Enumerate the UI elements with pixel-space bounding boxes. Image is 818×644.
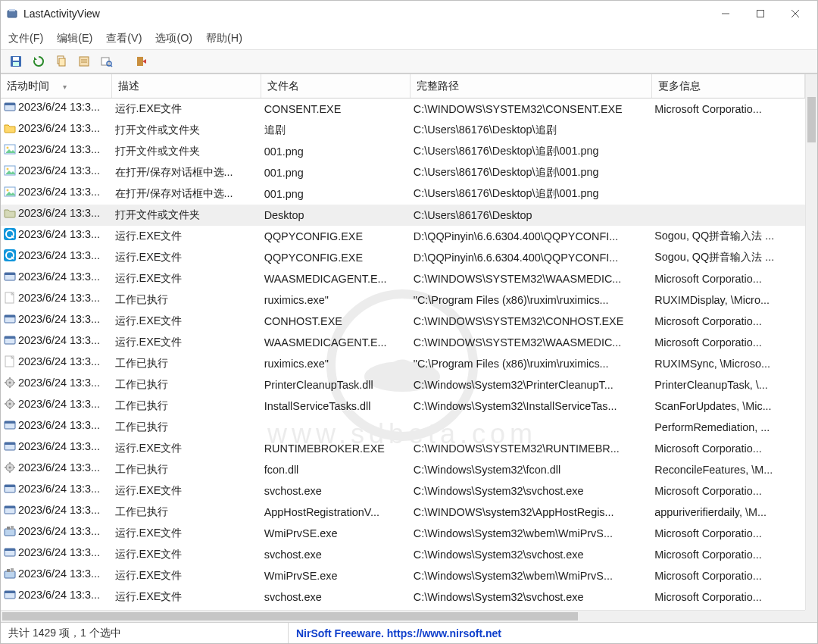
- refresh-icon[interactable]: [30, 52, 48, 70]
- svg-rect-53: [5, 421, 15, 424]
- table-row[interactable]: 2023/6/24 13:3...打开文件或文件夹001.pngC:\Users…: [1, 141, 805, 162]
- cell-file: PrinterCleanupTask.dll: [261, 374, 411, 395]
- svg-rect-17: [137, 57, 143, 66]
- col-file[interactable]: 文件名: [261, 74, 411, 98]
- svg-rect-71: [5, 571, 15, 578]
- cell-more: [651, 205, 804, 226]
- vscroll-thumb[interactable]: [807, 97, 816, 142]
- col-time[interactable]: 活动时间▾: [1, 74, 112, 98]
- svg-point-23: [7, 167, 9, 170]
- svg-rect-72: [7, 569, 10, 572]
- svg-rect-75: [5, 591, 15, 593]
- table-row[interactable]: 2023/6/24 13:3...打开文件或文件夹追剧C:\Users\8617…: [1, 120, 805, 141]
- cell-path: C:\WINDOWS\SYSTEM32\WAASMEDIC...: [411, 332, 651, 353]
- qq-icon: [4, 249, 16, 261]
- table-row[interactable]: 2023/6/24 13:3...运行.EXE文件CONSENT.EXEC:\W…: [1, 98, 805, 120]
- table-row[interactable]: 2023/6/24 13:3...运行.EXE文件svchost.exeC:\W…: [1, 544, 805, 565]
- table-row[interactable]: 2023/6/24 13:3...打开文件或文件夹DesktopC:\Users…: [1, 205, 805, 226]
- cell-time: 2023/6/24 13:3...: [18, 440, 100, 452]
- menu-help[interactable]: 帮助(H): [206, 31, 242, 45]
- statusbar: 共计 1429 项，1 个选中 NirSoft Freeware. https:…: [1, 622, 817, 643]
- hscroll-thumb[interactable]: [2, 612, 578, 621]
- cell-file: fcon.dll: [261, 459, 411, 480]
- menu-options[interactable]: 选项(O): [155, 31, 192, 45]
- cell-time: 2023/6/24 13:3...: [18, 313, 100, 325]
- find-icon[interactable]: [98, 52, 116, 70]
- table-row[interactable]: 2023/6/24 13:3...工作已执行AppHostRegistratio…: [1, 502, 805, 523]
- cell-desc: 运行.EXE文件: [112, 268, 261, 289]
- app-title: LastActivityView: [23, 8, 100, 20]
- save-icon[interactable]: [7, 52, 25, 70]
- table-row[interactable]: 2023/6/24 13:3...运行.EXE文件QQPYCONFIG.EXED…: [1, 226, 805, 247]
- cell-time: 2023/6/24 13:3...: [18, 101, 100, 113]
- table-row[interactable]: 2023/6/24 13:3...运行.EXE文件WAASMEDICAGENT.…: [1, 268, 805, 289]
- dfolder-icon: [4, 207, 16, 219]
- properties-icon[interactable]: [75, 52, 93, 70]
- table-row[interactable]: 2023/6/24 13:3...运行.EXE文件RUNTIMEBROKER.E…: [1, 438, 805, 459]
- horizontal-scrollbar[interactable]: [1, 610, 805, 622]
- cell-time: 2023/6/24 13:3...: [18, 398, 100, 410]
- cell-desc: 在打开/保存对话框中选...: [112, 183, 261, 205]
- cell-time: 2023/6/24 13:3...: [18, 164, 100, 177]
- cell-more: Sogou, QQ拼音输入法 ...: [651, 247, 804, 268]
- table-row[interactable]: 2023/6/24 13:3...工作已执行PrinterCleanupTask…: [1, 374, 805, 395]
- cell-desc: 打开文件或文件夹: [112, 205, 261, 226]
- app-icon: [5, 7, 19, 20]
- table-row[interactable]: 2023/6/24 13:3...工作已执行PerformRemediation…: [1, 417, 805, 438]
- cell-file: 001.png: [261, 162, 411, 183]
- table-row[interactable]: 2023/6/24 13:3...运行.EXE文件CONHOST.EXEC:\W…: [1, 311, 805, 332]
- table-row[interactable]: 2023/6/24 13:3...在打开/保存对话框中选...001.pngC:…: [1, 183, 805, 205]
- table-row[interactable]: 2023/6/24 13:3...运行.EXE文件WmiPrvSE.exeC:\…: [1, 523, 805, 544]
- cell-more: PrinterCleanupTask, \...: [651, 374, 804, 395]
- menu-view[interactable]: 查看(V): [106, 31, 142, 45]
- table-row[interactable]: 2023/6/24 13:3...工作已执行ruximics.exe""C:\P…: [1, 289, 805, 311]
- table-row[interactable]: 2023/6/24 13:3...工作已执行ruximics.exe""C:\P…: [1, 353, 805, 374]
- close-button[interactable]: [778, 2, 813, 25]
- table-row[interactable]: 2023/6/24 13:3...运行.EXE文件svchost.exeC:\W…: [1, 586, 805, 608]
- cell-desc: 运行.EXE文件: [112, 438, 261, 459]
- cell-desc: 工作已执行: [112, 289, 261, 311]
- status-freeware[interactable]: NirSoft Freeware. https://www.nirsoft.ne…: [289, 623, 817, 643]
- cell-time: 2023/6/24 13:3...: [18, 525, 100, 537]
- cell-file: svchost.exe: [261, 480, 411, 502]
- folder-icon: [4, 122, 16, 134]
- table-row[interactable]: 2023/6/24 13:3...运行.EXE文件WAASMEDICAGENT.…: [1, 332, 805, 353]
- cell-time: 2023/6/24 13:3...: [18, 249, 100, 261]
- activity-table[interactable]: 活动时间▾ 描述 文件名 完整路径 更多信息 2023/6/24 13:3...…: [1, 74, 805, 608]
- table-row[interactable]: 2023/6/24 13:3...运行.EXE文件svchost.exeC:\W…: [1, 480, 805, 502]
- cell-desc: 运行.EXE文件: [112, 544, 261, 565]
- table-row[interactable]: 2023/6/24 13:3...运行.EXE文件WmiPrvSE.exeC:\…: [1, 565, 805, 586]
- cell-desc: 工作已执行: [112, 353, 261, 374]
- qq-icon: [4, 228, 16, 240]
- maximize-button[interactable]: [743, 2, 778, 25]
- menu-file[interactable]: 文件(F): [8, 31, 43, 45]
- exit-icon[interactable]: [133, 52, 151, 70]
- cell-path: C:\WINDOWS\SYSTEM32\CONSENT.EXE: [411, 98, 651, 120]
- minimize-button[interactable]: [708, 2, 743, 25]
- cell-time: 2023/6/24 13:3...: [18, 207, 100, 219]
- cell-more: Microsoft Corporatio...: [651, 268, 804, 289]
- cell-time: 2023/6/24 13:3...: [18, 589, 100, 601]
- menu-edit[interactable]: 编辑(E): [57, 31, 92, 45]
- exe-icon: [4, 419, 16, 431]
- vertical-scrollbar[interactable]: [805, 74, 817, 610]
- table-row[interactable]: 2023/6/24 13:3...在打开/保存对话框中选...001.pngC:…: [1, 162, 805, 183]
- titlebar[interactable]: LastActivityView: [1, 1, 817, 27]
- gear-icon: [4, 461, 16, 474]
- table-header-row[interactable]: 活动时间▾ 描述 文件名 完整路径 更多信息: [1, 74, 805, 98]
- cell-time: 2023/6/24 13:3...: [18, 143, 100, 155]
- gear-icon: [4, 398, 16, 410]
- table-row[interactable]: 2023/6/24 13:3...工作已执行InstallServiceTask…: [1, 395, 805, 417]
- table-row[interactable]: 2023/6/24 13:3...运行.EXE文件QQPYCONFIG.EXED…: [1, 247, 805, 268]
- col-more[interactable]: 更多信息: [651, 74, 804, 98]
- col-path[interactable]: 完整路径: [411, 74, 651, 98]
- copy-icon[interactable]: [52, 52, 70, 70]
- cell-path: [411, 417, 651, 438]
- cell-desc: 工作已执行: [112, 459, 261, 480]
- cell-file: QQPYCONFIG.EXE: [261, 247, 411, 268]
- cell-more: RUXIMSync, \Microso...: [651, 353, 804, 374]
- table-row[interactable]: 2023/6/24 13:3...工作已执行fcon.dllC:\Windows…: [1, 459, 805, 480]
- cell-path: C:\WINDOWS\SYSTEM32\CONHOST.EXE: [411, 311, 651, 332]
- col-desc[interactable]: 描述: [112, 74, 261, 98]
- svg-point-47: [9, 402, 11, 405]
